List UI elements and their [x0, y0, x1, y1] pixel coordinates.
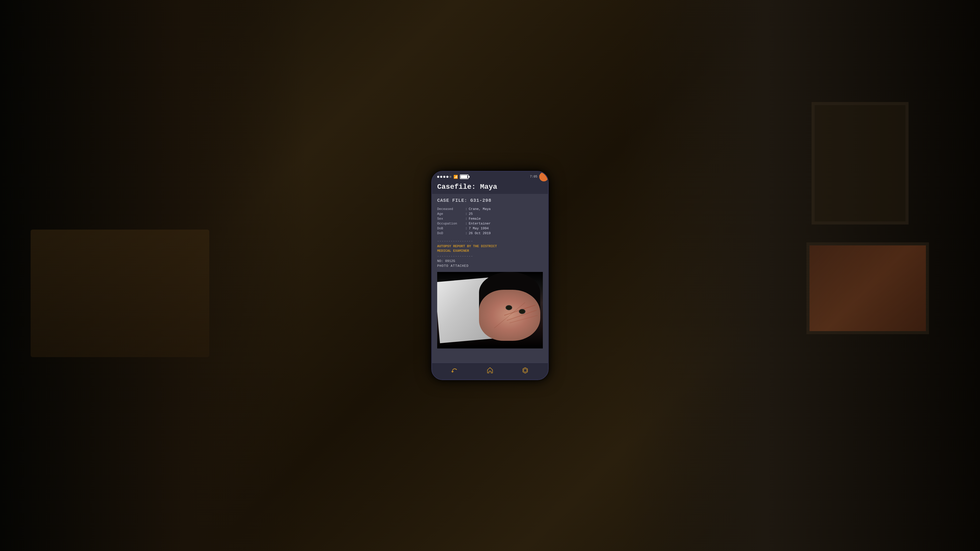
bg-dresser [30, 230, 209, 357]
signal-dot-1 [437, 176, 439, 178]
home-button[interactable] [484, 366, 496, 376]
occupation-label: Occupation [437, 222, 465, 225]
signal-dot-3 [443, 176, 445, 178]
dod-row: DoD : 26 Oct 2019 [437, 231, 543, 235]
age-value: 25 [469, 212, 473, 216]
age-label: Age [437, 212, 465, 216]
photo-container [437, 272, 543, 348]
status-bar: 📶 7:05 PM [432, 171, 548, 181]
deceased-value: Crane, Maya [469, 207, 491, 211]
phone-device: 📶 7:05 PM Casefile: Maya [431, 171, 549, 380]
photo-label: PHOTO ATTACHED [437, 264, 543, 268]
dob-colon: : [465, 227, 467, 230]
back-icon [452, 367, 458, 375]
bg-frame2 [807, 242, 929, 334]
status-left: 📶 [437, 175, 469, 179]
svg-marker-5 [524, 368, 527, 372]
app-title: Casefile: Maya [437, 183, 543, 191]
dod-value: 26 Oct 2019 [469, 231, 491, 235]
deceased-colon: : [465, 207, 467, 211]
separator-line-2: ---------------- [437, 254, 543, 258]
signal-dot-5 [449, 176, 452, 178]
signal-dot-2 [440, 176, 442, 178]
occupation-colon: : [465, 222, 467, 225]
bottom-nav [432, 363, 548, 380]
bg-frame1 [811, 102, 908, 224]
separator-line-1: ---------------- [437, 239, 543, 243]
wifi-icon: 📶 [453, 175, 458, 179]
app-header: Casefile: Maya [432, 181, 548, 194]
home-svg-icon [487, 367, 493, 374]
deceased-label: Deceased [437, 207, 465, 211]
sex-colon: : [465, 217, 467, 221]
dod-label: DoD [437, 231, 465, 235]
content-area: CASE FILE: G31-298 Deceased : Crane, May… [432, 194, 548, 363]
info-section: Deceased : Crane, Maya Age : 25 Sex : [437, 207, 543, 235]
age-colon: : [465, 212, 467, 216]
autopsy-no: NO: 0912G [437, 259, 543, 263]
photo-portrait [437, 272, 543, 348]
layers-button[interactable] [519, 366, 531, 376]
case-card: CASE FILE: G31-298 Deceased : Crane, May… [432, 194, 548, 353]
sex-label: Sex [437, 217, 465, 221]
signal-dot-4 [446, 176, 449, 178]
phone-screen: 📶 7:05 PM Casefile: Maya [432, 171, 548, 380]
portrait-face [479, 290, 540, 341]
age-row: Age : 25 [437, 212, 543, 216]
dod-colon: : [465, 231, 467, 235]
dob-value: 7 May 1994 [469, 227, 489, 230]
sex-value: Female [469, 217, 481, 221]
scratch-marks-svg [479, 290, 540, 341]
notification-circle [539, 172, 548, 181]
occupation-row: Occupation : Entertainer [437, 222, 543, 225]
autopsy-title: AUTOPSY REPORT BY THE DISTRICT MEDICAL E… [437, 244, 543, 253]
dob-row: DoB : 7 May 1994 [437, 227, 543, 230]
autopsy-section: ---------------- AUTOPSY REPORT BY THE D… [437, 239, 543, 268]
case-file-title: CASE FILE: G31-298 [437, 198, 543, 203]
occupation-value: Entertainer [469, 222, 491, 225]
sex-row: Sex : Female [437, 217, 543, 221]
battery-icon [460, 175, 469, 179]
layers-svg-icon [522, 367, 528, 374]
back-button[interactable] [449, 366, 461, 376]
deceased-row: Deceased : Crane, Maya [437, 207, 543, 211]
home-icon [487, 367, 493, 375]
dob-label: DoB [437, 227, 465, 230]
battery-fill [461, 175, 467, 178]
phone-wrapper: 📶 7:05 PM Casefile: Maya [431, 171, 549, 380]
back-arrow-icon [452, 367, 458, 374]
svg-line-2 [510, 315, 538, 323]
layers-icon [522, 367, 528, 375]
